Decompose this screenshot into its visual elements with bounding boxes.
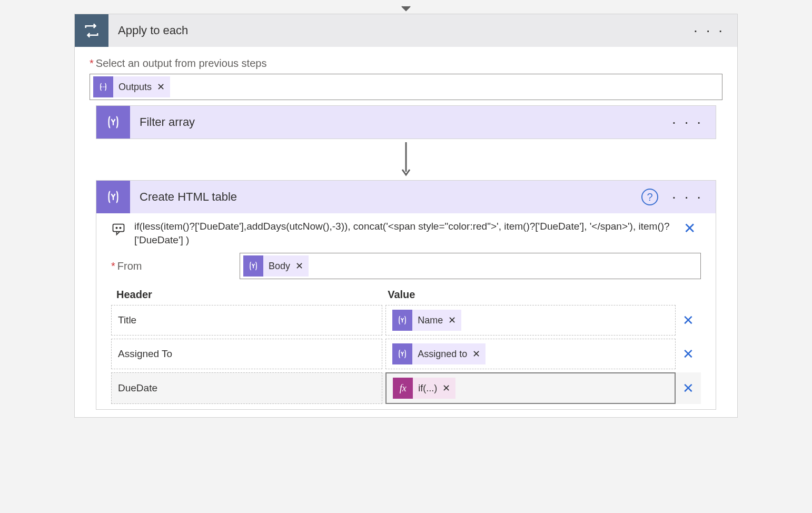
loop-icon (75, 14, 108, 47)
outputs-token-remove[interactable]: ✕ (157, 81, 165, 93)
filter-array-menu[interactable]: · · · (669, 114, 706, 131)
header-input[interactable]: Title (111, 305, 382, 336)
connector-arrow (80, 139, 732, 180)
apply-to-each-body: *Select an output from previous steps Ou… (75, 47, 737, 105)
select-output-input[interactable]: Outputs ✕ (90, 74, 722, 100)
svg-point-3 (120, 228, 121, 229)
name-token[interactable]: Name ✕ (392, 310, 461, 331)
value-input[interactable]: Name ✕ (385, 305, 676, 336)
apply-to-each-menu[interactable]: · · · (690, 22, 728, 39)
outputs-token-label: Outputs (118, 82, 152, 93)
expression-tooltip-row: if(less(item()?['DueDate'],addDays(utcNo… (96, 213, 716, 250)
dynamic-content-icon (392, 343, 412, 364)
filter-array-card: Filter array · · · (96, 105, 716, 139)
create-html-table-menu[interactable]: · · · (669, 189, 706, 205)
name-token-remove[interactable]: ✕ (448, 314, 456, 326)
column-header-value: Value (382, 289, 701, 301)
filter-array-title: Filter array (130, 115, 669, 129)
svg-point-2 (116, 228, 117, 229)
select-output-label: *Select an output from previous steps (90, 57, 722, 70)
body-token-label: Body (269, 261, 290, 272)
dynamic-content-icon (93, 76, 113, 97)
fx-icon: fx (393, 378, 413, 399)
fx-token-remove[interactable]: ✕ (442, 382, 450, 394)
columns-table: Header Value Title (96, 287, 716, 409)
header-input[interactable]: Assigned To (111, 339, 382, 369)
delete-row-button[interactable]: ✕ (676, 372, 701, 404)
from-input[interactable]: Body ✕ (240, 253, 701, 279)
header-input[interactable]: DueDate (111, 372, 382, 404)
name-token-label: Name (418, 315, 443, 326)
value-input[interactable]: Assigned to ✕ (385, 339, 676, 369)
apply-to-each-header[interactable]: Apply to each · · · (75, 14, 737, 47)
data-operation-icon (96, 106, 130, 139)
column-header-header: Header (111, 289, 382, 301)
body-token[interactable]: Body ✕ (243, 255, 309, 277)
table-row: DueDate fx if(...) ✕ ✕ (111, 372, 701, 404)
data-operation-icon (96, 181, 130, 213)
dynamic-content-icon (243, 255, 263, 277)
body-token-remove[interactable]: ✕ (295, 260, 303, 272)
from-row: *From Body ✕ (96, 250, 716, 287)
delete-row-button[interactable]: ✕ (676, 339, 701, 369)
tooltip-close[interactable]: ✕ (678, 220, 701, 237)
expression-tooltip-text: if(less(item()?['DueDate'],addDays(utcNo… (134, 220, 671, 246)
apply-to-each-title: Apply to each (108, 24, 690, 37)
dynamic-content-icon (392, 310, 412, 331)
assignedto-token-remove[interactable]: ✕ (472, 348, 480, 360)
table-row: Title Name ✕ ✕ (111, 305, 701, 336)
fx-token-label: if(...) (418, 383, 437, 394)
assignedto-token[interactable]: Assigned to ✕ (392, 343, 486, 364)
apply-to-each-card: Apply to each · · · *Select an output fr… (74, 14, 738, 418)
assignedto-token-label: Assigned to (418, 349, 467, 360)
create-html-table-header[interactable]: Create HTML table ? · · · (96, 181, 716, 213)
svg-rect-1 (113, 224, 124, 232)
value-input[interactable]: fx if(...) ✕ (385, 372, 676, 404)
help-icon[interactable]: ? (641, 189, 658, 205)
delete-row-button[interactable]: ✕ (676, 305, 701, 336)
flow-arrow-head-top (74, 5, 738, 14)
fx-token[interactable]: fx if(...) ✕ (393, 378, 455, 399)
comment-icon (111, 222, 127, 239)
outputs-token[interactable]: Outputs ✕ (93, 76, 170, 97)
create-html-table-title: Create HTML table (130, 190, 641, 204)
filter-array-header[interactable]: Filter array · · · (96, 106, 716, 139)
create-html-table-card: Create HTML table ? · · · if(less(item()… (96, 180, 716, 410)
table-row: Assigned To Assigned to ✕ ✕ (111, 339, 701, 369)
from-label: *From (111, 260, 237, 272)
